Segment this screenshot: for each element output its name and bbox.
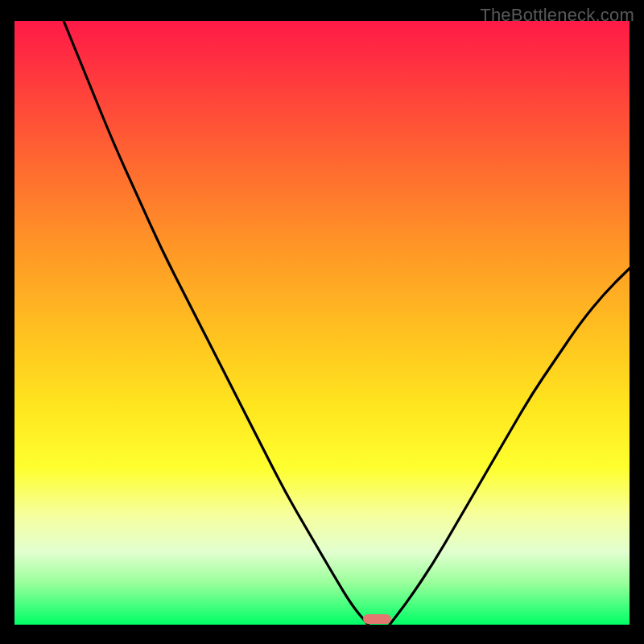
curve-right [390,269,630,625]
curve-svg [14,21,630,625]
curve-left [64,21,368,625]
optimal-marker [363,614,391,624]
chart-frame: TheBottleneck.com [0,0,644,644]
watermark-text: TheBottleneck.com [480,5,634,26]
plot-area [14,21,630,625]
